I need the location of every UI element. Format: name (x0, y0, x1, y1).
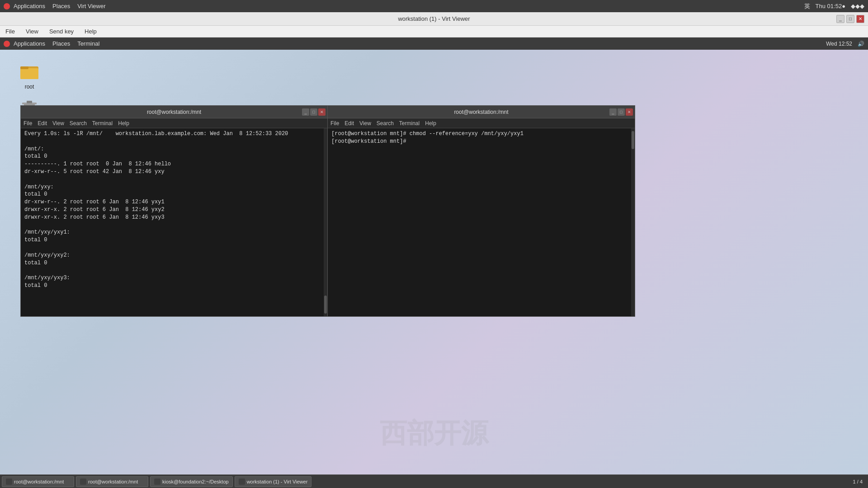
datetime-display: Thu 01:52● (816, 3, 845, 9)
terminal-right-scrollthumb (632, 131, 634, 149)
taskbar-icon-3 (239, 479, 245, 485)
locale-indicator: 英 (804, 2, 810, 10)
terminal-left-maximize[interactable]: □ (310, 108, 317, 116)
terminal-left-scrollbar[interactable] (324, 128, 327, 316)
terminal-right-titlebar: root@workstation:/mnt _ □ ✕ (328, 106, 635, 118)
virt-file-menu[interactable]: File (4, 27, 17, 36)
inner-topbar-left: Applications Places Terminal (4, 40, 99, 47)
virt-viewer-window-controls: _ □ ✕ (836, 15, 864, 23)
terminal-left-text: Every 1.0s: ls -lR /mnt/ workstation.lab… (24, 130, 324, 290)
term-left-edit[interactable]: Edit (38, 120, 47, 127)
taskbar-item-1[interactable]: root@workstation:/mnt (76, 476, 148, 487)
terminal-window-left: root@workstation:/mnt _ □ ✕ File Edit Vi… (20, 105, 328, 317)
virt-sendkey-menu[interactable]: Send key (47, 27, 75, 36)
terminals-container: root@workstation:/mnt _ □ ✕ File Edit Vi… (20, 105, 635, 317)
virt-viewer-titlebar: workstation (1) - Virt Viewer _ □ ✕ (0, 12, 868, 26)
outer-systembar-left: Applications Places Virt Viewer (4, 3, 106, 9)
term-left-view[interactable]: View (52, 120, 64, 127)
virt-view-menu[interactable]: View (24, 27, 40, 36)
minimize-button[interactable]: _ (836, 15, 844, 23)
term-right-view[interactable]: View (359, 120, 371, 127)
outer-virtviewer-menu[interactable]: Virt Viewer (77, 3, 105, 9)
system-indicator: ◆◆◆ (851, 3, 864, 9)
inner-taskbar: root@workstation:/mnt root@workstation:/… (0, 474, 868, 488)
virt-viewer-menubar: File View Send key Help (0, 26, 868, 38)
terminal-left-title: root@workstation:/mnt (147, 109, 201, 115)
virt-viewer-title: workstation (1) - Virt Viewer (398, 15, 470, 22)
term-left-search[interactable]: Search (70, 120, 87, 127)
term-left-help[interactable]: Help (118, 120, 129, 127)
inner-topbar: Applications Places Terminal Wed 12:52 🔊 (0, 38, 868, 50)
terminal-right-menubar: File Edit View Search Terminal Help (328, 118, 635, 128)
terminal-right-controls: _ □ ✕ (609, 108, 633, 116)
outer-applications-menu[interactable]: Applications (4, 3, 45, 9)
inner-topbar-right: Wed 12:52 🔊 (826, 41, 864, 47)
maximize-button[interactable]: □ (846, 15, 854, 23)
terminal-right-text: [root@workstation mnt]# chmod --referenc… (331, 130, 631, 145)
terminal-left-minimize[interactable]: _ (302, 108, 309, 116)
taskbar-item-0[interactable]: root@workstation:/mnt (2, 476, 74, 487)
virt-help-menu[interactable]: Help (83, 27, 99, 36)
inner-terminal-menu[interactable]: Terminal (77, 40, 99, 47)
desktop-icon-root-label: root (25, 84, 34, 90)
terminal-right-content[interactable]: [root@workstation mnt]# chmod --referenc… (328, 128, 635, 316)
inner-applications-menu[interactable]: Applications (4, 40, 45, 47)
taskbar-item-3[interactable]: workstation (1) - Virt Viewer (235, 476, 312, 487)
taskbar-label-1: root@workstation:/mnt (88, 479, 138, 484)
terminal-left-close[interactable]: ✕ (318, 108, 326, 116)
taskbar-icon-0 (6, 479, 12, 485)
folder-icon (19, 60, 40, 82)
term-right-search[interactable]: Search (377, 120, 394, 127)
terminal-right-title: root@workstation:/mnt (454, 109, 508, 115)
terminal-left-content[interactable]: Every 1.0s: ls -lR /mnt/ workstation.lab… (21, 128, 327, 316)
virtual-desktop: Applications Places Terminal Wed 12:52 🔊 (0, 38, 868, 488)
terminal-right-maximize[interactable]: □ (618, 108, 625, 116)
svg-rect-5 (27, 101, 32, 103)
taskbar-right: 1 / 4 (853, 479, 866, 484)
taskbar-page: 1 / 4 (853, 479, 863, 484)
term-right-file[interactable]: File (330, 120, 339, 127)
outer-system-bar: Applications Places Virt Viewer 英 Thu 01… (0, 0, 868, 12)
terminal-left-menubar: File Edit View Search Terminal Help (21, 118, 327, 128)
outer-places-menu[interactable]: Places (52, 3, 70, 9)
svg-rect-2 (20, 66, 28, 69)
desktop-icon-root[interactable]: root (14, 60, 45, 90)
taskbar-item-2[interactable]: kiosk@foundation2:~/Desktop (150, 476, 233, 487)
taskbar-label-2: kiosk@foundation2:~/Desktop (162, 479, 229, 484)
terminal-right-close[interactable]: ✕ (626, 108, 633, 116)
taskbar-icon-2 (154, 479, 160, 485)
terminal-right-scrollbar[interactable] (631, 128, 635, 316)
taskbar-icon-1 (80, 479, 86, 485)
taskbar-label-0: root@workstation:/mnt (14, 479, 64, 484)
inner-places-menu[interactable]: Places (52, 40, 70, 47)
terminal-window-right: root@workstation:/mnt _ □ ✕ File Edit Vi… (328, 105, 635, 317)
terminal-left-scrollthumb (324, 296, 327, 314)
inner-volume-icon: 🔊 (858, 41, 864, 47)
inner-datetime: Wed 12:52 (826, 41, 852, 47)
term-left-terminal[interactable]: Terminal (92, 120, 113, 127)
watermark: 西部开源 (380, 415, 488, 452)
svg-rect-1 (20, 68, 38, 79)
terminal-left-titlebar: root@workstation:/mnt _ □ ✕ (21, 106, 327, 118)
term-right-help[interactable]: Help (425, 120, 436, 127)
outer-systembar-right: 英 Thu 01:52● ◆◆◆ (804, 2, 864, 10)
term-left-file[interactable]: File (24, 120, 32, 127)
term-right-edit[interactable]: Edit (344, 120, 354, 127)
term-right-terminal[interactable]: Terminal (399, 120, 420, 127)
virt-viewer-window: workstation (1) - Virt Viewer _ □ ✕ File… (0, 12, 868, 488)
taskbar-label-3: workstation (1) - Virt Viewer (247, 479, 308, 484)
terminal-right-minimize[interactable]: _ (609, 108, 617, 116)
terminal-left-controls: _ □ ✕ (302, 108, 326, 116)
close-button[interactable]: ✕ (856, 15, 864, 23)
